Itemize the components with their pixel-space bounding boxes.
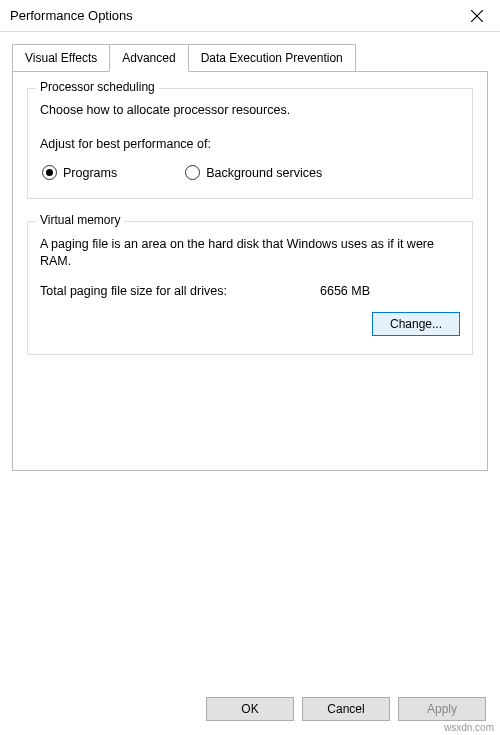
radio-background-label: Background services [206,166,322,180]
radio-background-services[interactable]: Background services [185,165,322,180]
virtual-memory-group: Virtual memory A paging file is an area … [27,221,473,355]
vm-total-label: Total paging file size for all drives: [40,284,320,298]
apply-button[interactable]: Apply [398,697,486,721]
radio-dot-icon [46,169,53,176]
radio-programs-label: Programs [63,166,117,180]
tab-visual-effects[interactable]: Visual Effects [12,44,110,72]
radio-circle-icon [185,165,200,180]
radio-row: Programs Background services [40,165,460,180]
vm-group-title: Virtual memory [36,213,124,227]
vm-description: A paging file is an area on the hard dis… [40,236,460,270]
adjust-label: Adjust for best performance of: [40,137,460,151]
vm-total-row: Total paging file size for all drives: 6… [40,284,460,298]
radio-circle-icon [42,165,57,180]
titlebar: Performance Options [0,0,500,32]
close-icon [471,10,483,22]
vm-total-value: 6656 MB [320,284,370,298]
ok-button[interactable]: OK [206,697,294,721]
cancel-button[interactable]: Cancel [302,697,390,721]
tab-dep[interactable]: Data Execution Prevention [188,44,356,72]
change-button[interactable]: Change... [372,312,460,336]
radio-programs[interactable]: Programs [42,165,117,180]
tab-panel-advanced: Processor scheduling Choose how to alloc… [12,71,488,471]
tab-advanced[interactable]: Advanced [109,44,188,72]
change-row: Change... [40,312,460,336]
tab-strip: Visual Effects Advanced Data Execution P… [12,44,500,72]
processor-description: Choose how to allocate processor resourc… [40,103,460,117]
processor-scheduling-group: Processor scheduling Choose how to alloc… [27,88,473,199]
close-button[interactable] [454,0,500,32]
processor-group-title: Processor scheduling [36,80,159,94]
dialog-button-bar: OK Cancel Apply [206,697,486,721]
watermark: wsxdn.com [444,722,494,733]
window-title: Performance Options [10,8,454,23]
